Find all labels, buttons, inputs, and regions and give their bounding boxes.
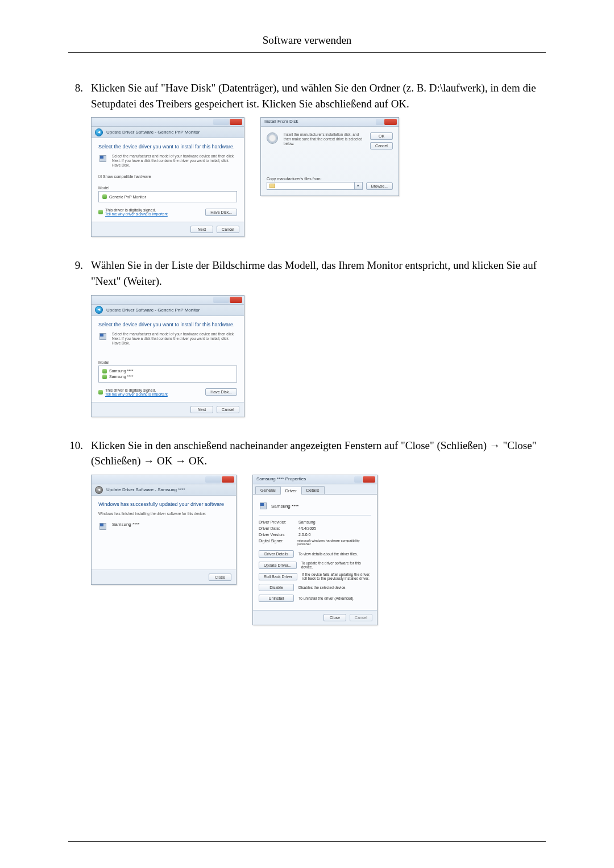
- step-8-text: Klicken Sie auf "Have Disk" (Datenträger…: [91, 80, 546, 111]
- update-driver-desc: To update the driver software for this d…: [301, 561, 371, 569]
- device-name: Samsung ****: [271, 504, 298, 509]
- model-list[interactable]: Samsung **** Samsung ****: [98, 366, 237, 383]
- cdrom-icon: [267, 132, 278, 144]
- folder-icon: [269, 184, 275, 188]
- ok-button[interactable]: OK: [370, 132, 393, 140]
- model-item-label: Samsung ****: [109, 375, 133, 379]
- tab-details[interactable]: Details: [301, 486, 325, 494]
- version-value: 2.0.0.0: [298, 533, 310, 537]
- next-button[interactable]: Next: [190, 226, 213, 233]
- screenshot-8-install-from-disk: Install From Disk Insert the manufacture…: [260, 117, 399, 196]
- minmax-icon[interactable]: [213, 119, 229, 125]
- uninstall-desc: To uninstall the driver (Advanced).: [298, 596, 371, 600]
- disk-icon: [98, 332, 107, 341]
- date-value: 4/14/2005: [298, 526, 316, 530]
- uninstall-button[interactable]: Uninstall: [259, 595, 294, 602]
- headline: Select the device driver you want to ins…: [98, 144, 237, 149]
- cancel-button[interactable]: Cancel: [217, 406, 239, 413]
- show-compatible-checkbox-label[interactable]: ☑ Show compatible hardware: [98, 175, 237, 179]
- step-10-number: 10.: [68, 438, 91, 469]
- shield-icon: [98, 210, 103, 214]
- compat-label: Show compatible hardware: [103, 175, 151, 178]
- close-icon[interactable]: [363, 476, 375, 483]
- model-column-header: Model: [98, 186, 237, 190]
- shield-icon: [102, 369, 107, 373]
- signing-important-link[interactable]: Tell me why driver signing is important: [105, 212, 168, 216]
- model-item-label: Generic PnP Monitor: [109, 195, 146, 199]
- have-disk-button[interactable]: Have Disk...: [205, 209, 237, 216]
- cancel-button[interactable]: Cancel: [217, 226, 239, 233]
- shield-icon: [98, 390, 103, 394]
- close-icon[interactable]: [230, 297, 242, 303]
- close-icon[interactable]: [222, 476, 234, 483]
- signing-important-link[interactable]: Tell me why driver signing is important: [105, 392, 168, 396]
- close-icon[interactable]: [230, 119, 242, 125]
- shield-icon: [102, 375, 107, 379]
- close-button[interactable]: Close: [323, 614, 346, 621]
- next-button[interactable]: Next: [190, 406, 213, 413]
- back-icon[interactable]: ◄: [95, 128, 103, 136]
- device-name: Samsung ****: [112, 522, 139, 527]
- step-9-number: 9.: [68, 258, 91, 289]
- copy-from-label: Copy manufacturer's files from:: [267, 177, 393, 181]
- page-header: Software verwenden: [68, 34, 546, 53]
- roll-back-driver-button[interactable]: Roll Back Driver: [259, 573, 297, 580]
- titlebar: [92, 118, 244, 127]
- signer-value: microsoft windows hardware compatibility…: [297, 539, 371, 546]
- disk-icon: [98, 154, 107, 163]
- chevron-down-icon[interactable]: ▾: [355, 182, 363, 190]
- driver-details-desc: To view details about the driver files.: [298, 552, 371, 556]
- screenshot-9-model-list: ◄ Update Driver Software - Generic PnP M…: [91, 295, 244, 417]
- version-key: Driver Version:: [259, 533, 298, 537]
- breadcrumb: Update Driver Software - Generic PnP Mon…: [106, 308, 200, 313]
- roll-back-desc: If the device fails after updating the d…: [302, 572, 371, 580]
- back-icon: ◄: [95, 486, 103, 494]
- monitor-icon: [98, 522, 107, 531]
- signed-label: This driver is digitally signed.: [105, 388, 168, 392]
- model-column-header: Model: [98, 360, 237, 364]
- path-combobox[interactable]: ▾: [267, 182, 363, 190]
- step-9-text: Wählen Sie in der Liste der Bildschirme …: [91, 258, 546, 289]
- cancel-button[interactable]: Cancel: [370, 142, 393, 149]
- step-8-number: 8.: [68, 80, 91, 111]
- tab-row: General Driver Details: [253, 484, 377, 495]
- back-icon[interactable]: ◄: [95, 306, 103, 314]
- cancel-button: Cancel: [350, 614, 372, 621]
- tab-driver[interactable]: Driver: [280, 487, 302, 495]
- list-item[interactable]: Samsung ****: [102, 374, 233, 380]
- provider-value: Samsung: [298, 520, 316, 524]
- disable-button[interactable]: Disable: [259, 584, 294, 591]
- minmax-icon[interactable]: [213, 297, 229, 303]
- disable-desc: Disables the selected device.: [298, 585, 371, 589]
- date-key: Driver Date:: [259, 526, 298, 530]
- instruction-text: Select the manufacturer and model of you…: [112, 154, 237, 168]
- headline: Select the device driver you want to ins…: [98, 322, 237, 327]
- step-10: 10. Klicken Sie in den anschießend nache…: [68, 438, 546, 469]
- update-driver-button[interactable]: Update Driver...: [259, 562, 297, 569]
- model-item-label: Samsung ****: [109, 369, 133, 373]
- breadcrumb: Update Driver Software - Samsung ****: [106, 487, 185, 492]
- headline: Windows has successfully updated your dr…: [98, 501, 229, 507]
- minmax-icon[interactable]: [205, 476, 221, 483]
- tab-general[interactable]: General: [255, 486, 281, 494]
- step-8: 8. Klicken Sie auf "Have Disk" (Datenträ…: [68, 80, 546, 111]
- instruction-text: Select the manufacturer and model of you…: [112, 332, 237, 346]
- driver-details-button[interactable]: Driver Details: [259, 550, 294, 558]
- sub-text: Windows has finished installing the driv…: [98, 512, 229, 516]
- have-disk-button[interactable]: Have Disk...: [205, 388, 237, 396]
- model-list[interactable]: Generic PnP Monitor: [98, 191, 237, 202]
- browse-button[interactable]: Browse...: [366, 182, 393, 190]
- close-icon[interactable]: [384, 119, 397, 125]
- screenshot-10-success: ◄ Update Driver Software - Samsung **** …: [91, 475, 237, 585]
- breadcrumb: Update Driver Software - Generic PnP Mon…: [106, 130, 200, 135]
- dialog-title: Install From Disk: [264, 119, 298, 124]
- list-item[interactable]: Samsung ****: [102, 368, 233, 374]
- close-button[interactable]: Close: [209, 574, 231, 581]
- list-item[interactable]: Generic PnP Monitor: [102, 194, 233, 200]
- minmax-icon[interactable]: [376, 119, 384, 125]
- minmax-icon[interactable]: [354, 476, 362, 483]
- shield-icon: [102, 194, 107, 199]
- provider-key: Driver Provider:: [259, 520, 298, 524]
- screenshot-10-properties: Samsung **** Properties General Driver D…: [252, 475, 377, 625]
- dialog-title: Samsung **** Properties: [256, 476, 306, 481]
